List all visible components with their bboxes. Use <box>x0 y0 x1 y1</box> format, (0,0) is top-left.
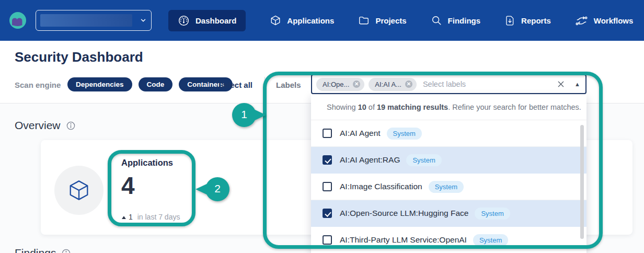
label-chip[interactable]: AI:Ope... ✕ <box>316 78 364 91</box>
system-badge: System <box>429 181 464 193</box>
summary-text: Showing 10 of 19 matching results. Refin… <box>327 103 581 111</box>
nav-item-workflows[interactable]: Workflows <box>575 14 634 27</box>
nav-label: Workflows <box>594 16 634 25</box>
applications-kpi-circle <box>54 166 104 215</box>
chip-text: AI:AI A... <box>375 80 401 88</box>
nav-item-dashboard[interactable]: Dashboard <box>168 10 246 31</box>
nav-item-reports[interactable]: Reports <box>504 15 551 26</box>
option-label: AI:Image Classification <box>340 182 422 191</box>
mend-logo-icon[interactable] <box>9 12 26 29</box>
checkbox[interactable] <box>323 155 332 165</box>
select-all-link[interactable]: Select all <box>218 80 252 89</box>
nav-label: Projects <box>375 16 406 25</box>
nav-item-applications[interactable]: Applications <box>270 15 334 26</box>
option-label: AI:AI Agent <box>340 129 381 138</box>
overview-heading-text: Overview <box>15 119 61 132</box>
app-window: Dashboard Applications Projects <box>0 0 644 253</box>
chip-remove-icon[interactable]: ✕ <box>353 80 360 88</box>
delta-suffix: in last 7 days <box>137 213 180 221</box>
system-badge: System <box>473 234 508 246</box>
page-title: Security Dashboard <box>15 49 143 65</box>
info-icon[interactable] <box>66 121 76 131</box>
system-badge: System <box>387 128 422 140</box>
findings-heading-text: Findings <box>15 247 56 253</box>
labels-placeholder: Select labels <box>423 80 557 88</box>
nav-label: Findings <box>448 16 481 25</box>
checkbox[interactable] <box>323 209 332 218</box>
nav-item-findings[interactable]: Findings <box>431 15 481 26</box>
organization-name-redacted <box>40 14 132 27</box>
delta-value: 1 <box>129 213 133 221</box>
system-badge: System <box>475 208 510 220</box>
info-icon[interactable] <box>61 248 71 253</box>
dropdown-results-summary: Showing 10 of 19 matching results. Refin… <box>311 95 586 120</box>
report-download-icon <box>504 15 515 26</box>
nav-item-projects[interactable]: Projects <box>358 15 406 26</box>
scan-engine-label: Scan engine <box>15 80 61 89</box>
scan-engine-pills: Dependencies Code Containers <box>67 77 233 91</box>
findings-heading: Findings <box>15 247 71 253</box>
option-label: AI:Open-Source LLM:Hugging Face <box>340 209 468 218</box>
system-badge: System <box>406 154 441 166</box>
nav-label: Reports <box>521 16 551 25</box>
search-icon <box>431 15 442 26</box>
chip-text: AI:Ope... <box>323 80 349 88</box>
kpi-value: 4 <box>121 171 135 200</box>
delta-up-icon: ▲ <box>120 214 127 220</box>
overview-heading: Overview <box>15 119 76 132</box>
cube-icon <box>270 15 281 26</box>
label-option-row[interactable]: AI:AI Agent System <box>311 120 586 147</box>
kpi-title: Applications <box>121 158 173 168</box>
engine-pill-dependencies[interactable]: Dependencies <box>67 77 132 91</box>
organization-selector[interactable] <box>36 10 152 31</box>
option-label: AI:AI Agent:RAG <box>340 155 400 165</box>
scrollbar-thumb[interactable] <box>580 125 584 239</box>
filter-divider <box>264 77 265 93</box>
checkbox[interactable] <box>323 129 332 138</box>
chevron-down-icon <box>140 17 147 24</box>
nav-label: Applications <box>287 16 334 25</box>
main-navigation: Dashboard Applications Projects <box>168 0 633 41</box>
checkbox[interactable] <box>323 235 332 245</box>
top-navbar: Dashboard Applications Projects <box>0 0 644 41</box>
clear-selection-icon[interactable] <box>557 80 565 88</box>
labels-label: Labels <box>276 80 301 89</box>
cube-icon <box>67 178 91 202</box>
nav-label: Dashboard <box>196 16 236 25</box>
chip-remove-icon[interactable]: ✕ <box>405 80 412 88</box>
engine-pill-code[interactable]: Code <box>139 77 173 91</box>
label-option-row[interactable]: AI:Open-Source LLM:Hugging Face System <box>311 200 586 227</box>
workflow-icon <box>575 14 588 27</box>
kpi-delta: ▲ 1 in last 7 days <box>121 213 180 221</box>
label-option-row[interactable]: AI:Third-Party LLM Service:OpenAI System <box>311 227 586 253</box>
dashboard-gauge-icon <box>178 15 190 27</box>
checkbox[interactable] <box>323 182 332 191</box>
option-label: AI:Third-Party LLM Service:OpenAI <box>340 235 467 245</box>
folder-icon <box>358 15 370 26</box>
collapse-caret-icon[interactable]: ▲ <box>574 81 580 87</box>
label-chip[interactable]: AI:AI A... ✕ <box>369 78 417 91</box>
labels-dropdown-panel: Showing 10 of 19 matching results. Refin… <box>311 95 586 253</box>
labels-multiselect-input[interactable]: AI:Ope... ✕ AI:AI A... ✕ Select labels ▲ <box>311 74 586 94</box>
label-option-row[interactable]: AI:Image Classification System <box>311 174 586 200</box>
label-option-row[interactable]: AI:AI Agent:RAG System <box>311 147 586 174</box>
